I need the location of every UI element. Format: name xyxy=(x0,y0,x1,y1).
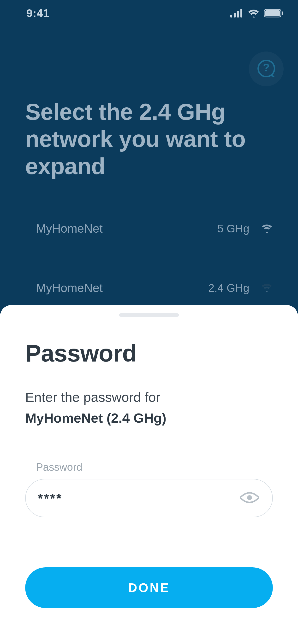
svg-text:?: ? xyxy=(263,61,269,74)
status-bar: 9:41 xyxy=(0,0,298,26)
done-button-label: DONE xyxy=(128,580,170,595)
network-name: MyHomeNet xyxy=(36,281,201,295)
wifi-signal-icon xyxy=(261,281,273,295)
sheet-grabber[interactable] xyxy=(119,314,179,317)
wifi-signal-icon xyxy=(261,222,273,236)
wifi-status-icon xyxy=(248,9,260,18)
help-icon: ? xyxy=(255,58,278,80)
svg-rect-6 xyxy=(282,12,283,15)
network-row[interactable]: MyHomeNet 2.4 GHg xyxy=(0,272,298,304)
page-title: Select the 2.4 GHg network you want to e… xyxy=(25,98,273,180)
cellular-icon xyxy=(230,9,243,18)
network-band: 5 GHg xyxy=(217,222,249,235)
network-row[interactable]: MyHomeNet 5 GHg xyxy=(0,212,298,245)
password-input-wrap xyxy=(25,479,273,517)
svg-rect-1 xyxy=(234,13,236,18)
network-name: MyHomeNet xyxy=(36,222,210,236)
toggle-password-visibility[interactable] xyxy=(239,487,260,509)
status-time: 9:41 xyxy=(14,7,49,20)
password-sheet: Password Enter the password for MyHomeNe… xyxy=(0,305,298,644)
password-field-group: Password xyxy=(25,461,273,517)
sheet-subtitle: Enter the password for MyHomeNet (2.4 GH… xyxy=(25,388,273,428)
help-button[interactable]: ? xyxy=(249,52,284,86)
svg-rect-0 xyxy=(230,14,232,18)
sheet-subtitle-prefix: Enter the password for xyxy=(25,390,160,405)
svg-rect-5 xyxy=(265,10,280,16)
svg-point-9 xyxy=(247,495,252,500)
sheet-network-label: MyHomeNet (2.4 GHg) xyxy=(25,408,273,428)
password-input[interactable] xyxy=(38,480,239,517)
status-indicators xyxy=(230,8,284,18)
done-button[interactable]: DONE xyxy=(25,567,273,608)
password-field-label: Password xyxy=(36,461,273,473)
eye-icon xyxy=(239,490,260,506)
svg-rect-2 xyxy=(237,11,239,18)
battery-icon xyxy=(264,8,284,18)
sheet-title: Password xyxy=(25,340,273,367)
network-list: MyHomeNet 5 GHg MyHomeNet 2.4 GHg xyxy=(0,212,298,304)
network-band: 2.4 GHg xyxy=(208,282,249,294)
svg-rect-3 xyxy=(240,9,242,18)
